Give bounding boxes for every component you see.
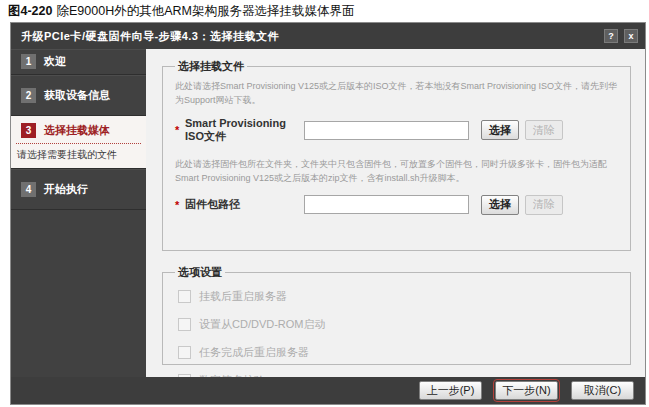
step-number-badge: 2 xyxy=(21,88,36,103)
checkbox-row-restart-after-mount: 挂载后重启服务器 xyxy=(178,289,618,304)
dialog-body: 1 欢迎 2 获取设备信息 3 选择挂载媒体 请选择需要挂载的文件 4 开始执行 xyxy=(11,49,645,377)
checkbox-restart-after-task xyxy=(178,346,191,359)
firmware-path-label: 固件包路径 xyxy=(185,197,304,212)
figure-caption-text: 除E9000H外的其他ARM架构服务器选择挂载媒体界面 xyxy=(56,4,354,18)
previous-step-button[interactable]: 上一步(P) xyxy=(419,381,482,400)
firmware-path-input[interactable] xyxy=(304,195,469,214)
checkbox-restart-after-mount xyxy=(178,290,191,303)
iso-file-row: * Smart Provisioning ISO文件 选择 清除 xyxy=(175,117,618,144)
step-item-welcome[interactable]: 1 欢迎 xyxy=(11,49,146,75)
options-group-legend: 选项设置 xyxy=(175,265,225,280)
step-number-badge: 1 xyxy=(21,54,36,69)
step-label: 欢迎 xyxy=(44,54,66,69)
firmware-select-button[interactable]: 选择 xyxy=(481,195,519,215)
checkbox-label: 设置从CD/DVD-ROM启动 xyxy=(199,317,326,332)
checkbox-row-restart-after-task: 任务完成后重启服务器 xyxy=(178,345,618,360)
step-number-badge: 3 xyxy=(21,123,36,138)
dialog-title: 升级PCIe卡/硬盘固件向导-步骤4.3：选择挂载文件 xyxy=(21,29,598,44)
close-icon[interactable]: x xyxy=(624,29,638,43)
checkbox-row-boot-from-cd: 设置从CD/DVD-ROM启动 xyxy=(178,317,618,332)
step-label: 获取设备信息 xyxy=(44,88,110,103)
iso-select-button[interactable]: 选择 xyxy=(481,120,519,140)
step-subtitle: 请选择需要挂载的文件 xyxy=(11,148,146,163)
dialog-titlebar: 升级PCIe卡/硬盘固件向导-步骤4.3：选择挂载文件 ? x xyxy=(11,23,645,49)
step-item-execute[interactable]: 4 开始执行 xyxy=(11,169,146,210)
iso-clear-button: 清除 xyxy=(525,120,563,140)
step-number-badge: 4 xyxy=(21,182,36,197)
iso-hint-text: 此处请选择Smart Provisioning V125或之后版本的ISO文件，… xyxy=(175,80,618,108)
firmware-path-row: * 固件包路径 选择 清除 xyxy=(175,195,618,215)
step-item-device-info[interactable]: 2 获取设备信息 xyxy=(11,75,146,116)
cancel-button[interactable]: 取消(C) xyxy=(571,381,634,400)
options-group: 选项设置 挂载后重启服务器 设置从CD/DVD-ROM启动 任务完成后重启服务器… xyxy=(162,265,631,365)
iso-file-label: Smart Provisioning ISO文件 xyxy=(185,117,304,144)
iso-file-input[interactable] xyxy=(304,121,469,140)
firmware-clear-button: 清除 xyxy=(525,195,563,215)
figure-label: 图4-220 xyxy=(8,4,52,18)
step-content-panel: 选择挂载文件 此处请选择Smart Provisioning V125或之后版本… xyxy=(146,49,645,377)
dialog-footer: 上一步(P) 下一步(N) 取消(C) xyxy=(11,377,645,404)
wizard-steps-sidebar: 1 欢迎 2 获取设备信息 3 选择挂载媒体 请选择需要挂载的文件 4 开始执行 xyxy=(11,49,146,377)
step-item-select-media-active[interactable]: 3 选择挂载媒体 请选择需要挂载的文件 xyxy=(11,116,146,169)
checkbox-label: 任务完成后重启服务器 xyxy=(199,345,309,360)
checkbox-boot-from-cd xyxy=(178,318,191,331)
step-dotted-divider xyxy=(16,143,141,144)
step-label: 开始执行 xyxy=(44,182,88,197)
help-icon[interactable]: ? xyxy=(604,29,618,43)
firmware-hint-text: 此处请选择固件包所在文件夹，文件夹中只包含固件包，可放置多个固件包，同时升级多张… xyxy=(175,158,618,186)
step-label: 选择挂载媒体 xyxy=(44,123,110,138)
checkbox-label: 挂载后重启服务器 xyxy=(199,289,287,304)
wizard-dialog: 升级PCIe卡/硬盘固件向导-步骤4.3：选择挂载文件 ? x 1 欢迎 2 获… xyxy=(10,22,646,405)
mount-file-group-legend: 选择挂载文件 xyxy=(175,59,247,74)
sidebar-filler xyxy=(11,210,146,377)
required-marker: * xyxy=(175,124,185,136)
figure-caption: 图4-220除E9000H外的其他ARM架构服务器选择挂载媒体界面 xyxy=(8,3,354,20)
mount-file-group: 选择挂载文件 此处请选择Smart Provisioning V125或之后版本… xyxy=(162,59,631,251)
next-step-button[interactable]: 下一步(N) xyxy=(495,381,558,400)
required-marker: * xyxy=(175,199,185,211)
